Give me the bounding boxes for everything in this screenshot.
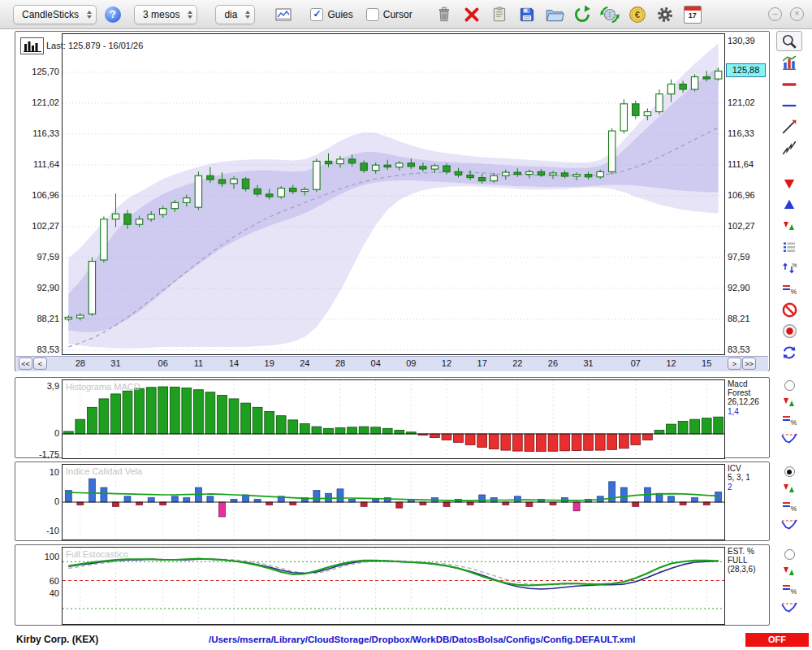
list-rows-icon[interactable]: [777, 237, 801, 256]
off-toggle[interactable]: OFF: [745, 633, 809, 647]
icv-plot-area[interactable]: [62, 464, 725, 540]
macd-settings: 26,12,26: [728, 397, 770, 406]
nav-first-button[interactable]: <<: [19, 358, 32, 370]
blue-line-icon[interactable]: [777, 96, 801, 115]
signal-curve-icon[interactable]: [780, 431, 798, 444]
icv-panel: Indice Calidad Vela 100-10 ICV 5, 3, 1 2: [15, 462, 770, 541]
stoch-radio[interactable]: [784, 549, 795, 560]
equals-percent-icon[interactable]: %: [780, 500, 798, 513]
checkbox-box[interactable]: ✓: [310, 8, 323, 21]
save-floppy-icon[interactable]: [516, 4, 538, 25]
signal-curve-icon[interactable]: [780, 518, 798, 531]
close-button[interactable]: ×: [790, 7, 804, 21]
icv-watermark: Indice Calidad Vela: [66, 466, 142, 476]
trash-icon[interactable]: [434, 4, 455, 25]
macd-radio[interactable]: [784, 380, 795, 391]
nav-prev-button[interactable]: <: [33, 358, 47, 370]
equals-percent-icon[interactable]: %: [780, 414, 798, 427]
nav-next-button[interactable]: >: [728, 358, 741, 370]
period-select[interactable]: 3 mesos: [134, 5, 197, 24]
x-tick-label: 22: [507, 358, 528, 368]
timeframe-select[interactable]: dia: [215, 5, 255, 24]
stoch-name-line1: EST. %: [728, 547, 770, 556]
select-arrows-icon: [245, 11, 250, 19]
zigzag-line-icon[interactable]: [777, 138, 801, 157]
mini-chart-toggle-icon[interactable]: [273, 4, 294, 25]
price-axis-label: 97,59: [17, 252, 59, 262]
macd-axis-label: 0: [17, 428, 59, 438]
arrows-red-green-icon[interactable]: [780, 482, 798, 495]
stochastic-chart: [63, 548, 724, 624]
record-icon[interactable]: [777, 322, 801, 340]
help-icon[interactable]: ?: [105, 6, 121, 23]
svg-text:€: €: [635, 9, 641, 19]
signal-curve-icon[interactable]: [780, 600, 798, 613]
euro-coin-icon[interactable]: €: [627, 4, 648, 25]
zoom-icon[interactable]: [776, 31, 802, 51]
drawing-tools-toolbar: %%: [771, 31, 807, 362]
clipboard-icon[interactable]: [489, 4, 510, 25]
macd-name-line1: Macd: [728, 379, 770, 388]
x-tick-label: 31: [105, 358, 126, 368]
x-tick-label: 24: [294, 358, 315, 368]
icv-axis-label: 0: [17, 496, 59, 506]
chart-type-value: CandleSticks: [22, 9, 79, 20]
arrows-red-green-icon[interactable]: [780, 396, 798, 409]
x-tick-label: 04: [365, 358, 387, 368]
stoch-name-line2: FULL: [728, 556, 770, 565]
arrow-up-blue-icon[interactable]: [777, 195, 801, 214]
equals-percent-icon[interactable]: %: [780, 583, 798, 596]
calendar-icon[interactable]: 17: [682, 4, 703, 25]
red-line-icon[interactable]: [777, 75, 801, 93]
arrows-red-green-icon[interactable]: [777, 216, 801, 235]
swap-blue-icon[interactable]: [777, 343, 801, 362]
x-tick-label: 09: [400, 358, 421, 368]
stochastic-panel: Full Estocastico 1006040 EST. % FULL (28…: [15, 544, 770, 626]
main-plot-area[interactable]: [62, 33, 725, 355]
open-folder-icon[interactable]: [544, 4, 565, 25]
price-axis-right: 130,39121,02116,33111,64106,96102,2797,5…: [728, 32, 770, 370]
status-bar: Kirby Corp. (KEX) /Users/mserra/Library/…: [0, 629, 812, 650]
macd-name-line2: Forest: [728, 388, 770, 397]
arrows-red-green-icon[interactable]: [780, 565, 798, 578]
settings-gear-icon[interactable]: [654, 4, 676, 25]
icv-axis-label: -10: [17, 526, 59, 535]
macd-params: Macd Forest 26,12,26 1,4: [728, 379, 770, 416]
price-axis-label: 102,27: [728, 221, 755, 231]
trend-line-icon[interactable]: [777, 117, 801, 136]
price-axis-left: 125,70121,02116,33111,64106,96102,2797,5…: [17, 32, 59, 370]
macd-current-value: 1,4: [728, 407, 770, 416]
chart-settings-icon[interactable]: [777, 54, 801, 72]
x-tick-label: 11: [188, 358, 209, 368]
svg-text:%: %: [791, 587, 797, 596]
price-axis-label: 92,90: [728, 283, 750, 292]
icv-radio[interactable]: [784, 466, 795, 477]
x-tick-label: 12: [661, 358, 682, 368]
percent-updown-icon[interactable]: %: [777, 258, 801, 277]
x-tick-label: 28: [330, 358, 351, 368]
arrow-down-red-icon[interactable]: [777, 174, 801, 193]
delete-red-x-icon[interactable]: [461, 4, 482, 25]
price-axis-label: 106,96: [17, 190, 59, 200]
chart-type-select[interactable]: CandleSticks: [13, 5, 97, 24]
guies-label: Guies: [327, 9, 352, 20]
equals-percent-icon[interactable]: %: [777, 280, 801, 298]
guies-checkbox[interactable]: ✓ Guies: [310, 8, 352, 21]
svg-text:%: %: [791, 288, 797, 296]
config-path-link[interactable]: /Users/mserra/Library/CloudStorage/Dropb…: [98, 635, 745, 644]
refresh-icon[interactable]: [572, 4, 593, 25]
macd-plot-area[interactable]: [62, 379, 725, 459]
minimize-button[interactable]: –: [768, 7, 782, 21]
checkbox-box[interactable]: [366, 8, 379, 21]
x-tick-label: 15: [696, 358, 717, 368]
stochastic-plot-area[interactable]: [62, 547, 725, 625]
icv-settings: 5, 3, 1: [728, 473, 770, 482]
x-axis-strip: << < 28310611141924280409121722263107121…: [16, 356, 768, 371]
nav-last-button[interactable]: >>: [742, 358, 756, 370]
icv-current-value: 2: [728, 483, 770, 492]
sync-globe-icon[interactable]: [599, 4, 620, 25]
no-entry-icon[interactable]: [777, 301, 801, 319]
chart-style-icon[interactable]: [20, 37, 44, 54]
icv-controls: %: [773, 466, 806, 531]
cursor-checkbox[interactable]: Cursor: [366, 8, 412, 21]
